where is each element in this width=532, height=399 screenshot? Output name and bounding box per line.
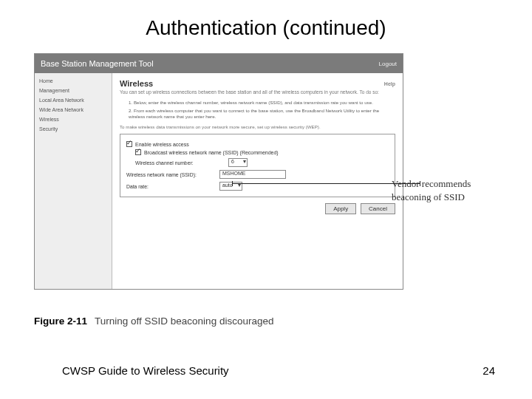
apply-button[interactable]: Apply [325,203,356,214]
content-heading: Wireless [120,79,153,88]
content-subtext: You can set up wireless connections betw… [120,89,395,95]
cancel-button[interactable]: Cancel [361,203,395,214]
rate-label: Data rate: [126,184,215,189]
callout-text: Vendor recommends beaconing of SSID [392,177,502,203]
enable-wireless-label: Enable wireless access [135,142,189,147]
slide-title: Authentication (continued) [22,16,510,40]
page-number: 24 [482,364,495,377]
sidebar-item-wireless[interactable]: Wireless [35,115,112,124]
sidebar-item-lan[interactable]: Local Area Network [35,95,112,105]
sidebar-item-wan[interactable]: Wide Area Network [35,105,112,115]
broadcast-ssid-checkbox[interactable] [135,149,141,155]
logout-link[interactable]: Logout [379,61,397,67]
ssid-input[interactable]: MSHOME [219,170,286,179]
sidebar-item-management[interactable]: Management [35,86,112,95]
figure-container: Base Station Management Tool Logout Home… [22,53,510,327]
wireless-fieldset: Enable wireless access Broadcast wireles… [120,134,395,197]
broadcast-ssid-label: Broadcast wireless network name (SSID) (… [144,150,279,155]
sidebar-item-security[interactable]: Security [35,124,112,134]
channel-label: Wireless channel number: [135,160,224,166]
figure-label: Figure 2-11 [34,316,87,327]
step-2: 2. From each wireless computer that you … [129,108,395,120]
footer-left: CWSP Guide to Wireless Security [62,364,229,377]
content-pane: Wireless Help You can set up wireless co… [112,73,403,289]
app-window: Base Station Management Tool Logout Home… [34,53,403,290]
figure-caption-text: Turning off SSID beaconing discouraged [95,316,273,327]
app-title: Base Station Management Tool [41,59,379,68]
step-1: 1. Below, enter the wireless channel num… [129,100,395,106]
help-link[interactable]: Help [384,81,395,86]
enable-wireless-checkbox[interactable] [126,141,132,147]
channel-select[interactable]: 6 [228,158,248,167]
figure-caption: Figure 2-11Turning off SSID beaconing di… [34,316,273,327]
sidebar-item-home[interactable]: Home [35,76,112,86]
app-titlebar: Base Station Management Tool Logout [35,54,403,73]
sidebar: Home Management Local Area Network Wide … [35,73,112,289]
ssid-label: Wireless network name (SSID): [126,172,215,177]
hint-text: To make wireless data transmissions on y… [120,124,395,129]
